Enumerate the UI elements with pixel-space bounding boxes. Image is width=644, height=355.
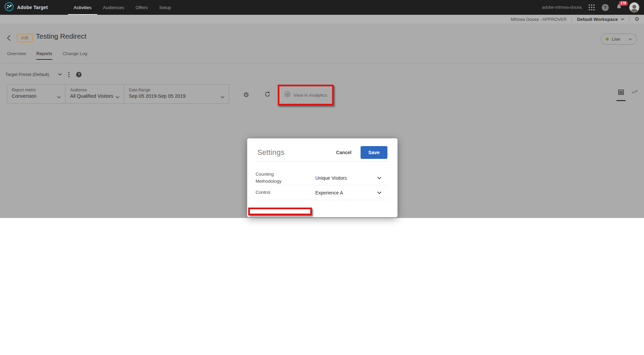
adobe-target-logo-icon <box>4 2 14 13</box>
refresh-icon[interactable] <box>264 91 271 99</box>
analytics-icon <box>284 91 290 99</box>
modal-header-divider <box>256 161 389 162</box>
report-preset-row: Target Preset (Default) ? <box>5 71 82 78</box>
status-label: Live <box>612 37 620 42</box>
chevron-down-icon[interactable] <box>377 191 381 194</box>
cancel-button[interactable]: Cancel <box>336 150 352 155</box>
settings-modal-header: Settings Cancel Save <box>247 138 397 159</box>
chart-view-icon[interactable] <box>631 90 638 100</box>
nav-item-audiences[interactable]: Audiences <box>97 0 130 15</box>
chevron-down-icon <box>57 96 61 98</box>
report-metric-dropdown[interactable]: Report metric Conversion <box>7 85 65 103</box>
control-label: Control <box>256 189 315 196</box>
report-settings-gear-icon[interactable]: ⚙ <box>243 91 249 99</box>
chevron-down-icon[interactable] <box>58 73 62 76</box>
settings-modal: Settings Cancel Save Counting Methodolog… <box>247 138 397 217</box>
chevron-down-icon <box>221 96 224 98</box>
live-status-dot <box>606 38 609 41</box>
counting-methodology-select[interactable]: Unique Visitors <box>315 175 347 181</box>
target-preset-dropdown[interactable]: Target Preset (Default) <box>5 72 49 77</box>
top-navigation-bar: Adobe Target Activities Audiences Offers… <box>0 0 644 15</box>
control-select[interactable]: Experience A <box>315 190 343 195</box>
brand: Adobe Target <box>4 2 48 13</box>
workspace-bar: Mihnea Docea - APPROVER Default Workspac… <box>0 15 644 24</box>
date-range-label: Date Range <box>129 88 224 92</box>
page-title: Testing Redirect <box>36 32 87 40</box>
divider <box>572 17 572 22</box>
counting-methodology-row: Counting Methodology Unique Visitors <box>247 171 397 185</box>
nav-item-offers[interactable]: Offers <box>130 0 154 15</box>
table-view-icon[interactable] <box>618 89 625 100</box>
tabs-divider <box>0 63 644 63</box>
app-switcher-icon[interactable] <box>589 4 595 10</box>
back-chevron-icon[interactable] <box>7 35 10 42</box>
annotation-box-view-in-analytics: View in Analytics <box>278 85 334 105</box>
counting-methodology-label: Counting Methodology <box>256 171 315 185</box>
report-metric-label: Report metric <box>12 88 60 92</box>
report-metric-value: Conversion <box>12 93 60 99</box>
audience-dropdown[interactable]: Audience All Qualified Visitors <box>65 85 124 103</box>
page-header: A/B Testing Redirect Live <box>0 24 644 44</box>
user-role-label: Mihnea Docea - APPROVER <box>511 17 567 22</box>
nav-right-cluster: adobe-mihnea-docea ? 178 <box>542 2 644 12</box>
activity-status-dropdown[interactable]: Live <box>601 34 637 45</box>
workspace-name: Default Workspace <box>577 17 618 22</box>
date-range-value: Sep 05 2019-Sep 05 2019 <box>129 93 224 99</box>
chevron-down-icon[interactable] <box>377 177 381 179</box>
modal-title: Settings <box>257 148 284 157</box>
report-view-toggle <box>618 89 638 100</box>
chevron-down-icon <box>116 96 119 98</box>
tab-reports[interactable]: Reports <box>36 51 52 59</box>
report-filter-toolbar: Report metric Conversion Audience All Qu… <box>7 84 229 104</box>
nav-item-activities[interactable]: Activities <box>68 0 97 15</box>
settings-fields: Counting Methodology Unique Visitors Con… <box>247 171 397 200</box>
help-icon[interactable]: ? <box>602 4 609 11</box>
field-divider <box>256 200 389 200</box>
more-options-kebab-icon[interactable] <box>66 71 72 78</box>
workspace-selector[interactable]: Default Workspace <box>577 17 624 22</box>
notification-count-badge: 178 <box>619 1 628 6</box>
user-avatar[interactable] <box>629 2 639 12</box>
annotation-box-empty <box>248 208 312 215</box>
report-help-icon[interactable]: ? <box>76 72 82 77</box>
audience-value: All Qualified Visitors <box>70 93 119 99</box>
control-row: Control Experience A <box>247 185 397 200</box>
tab-change-log[interactable]: Change Log <box>63 51 88 59</box>
brand-name: Adobe Target <box>17 5 48 10</box>
primary-nav: Activities Audiences Offers Setup <box>68 0 177 15</box>
nav-item-setup[interactable]: Setup <box>153 0 176 15</box>
workspace-settings-gear-icon[interactable]: ⚙ <box>635 16 639 22</box>
activity-type-badge: A/B <box>17 34 33 42</box>
view-in-analytics-button[interactable]: View in Analytics <box>293 93 327 98</box>
tab-overview[interactable]: Overview <box>7 51 26 59</box>
save-button[interactable]: Save <box>361 146 387 159</box>
notifications-bell-icon[interactable]: 178 <box>616 4 622 11</box>
account-name: adobe-mihnea-docea <box>542 5 582 10</box>
audience-label: Audience <box>70 88 119 92</box>
activity-tabs: Overview Reports Change Log <box>7 51 87 59</box>
date-range-dropdown[interactable]: Date Range Sep 05 2019-Sep 05 2019 <box>124 85 229 103</box>
divider <box>629 17 630 22</box>
